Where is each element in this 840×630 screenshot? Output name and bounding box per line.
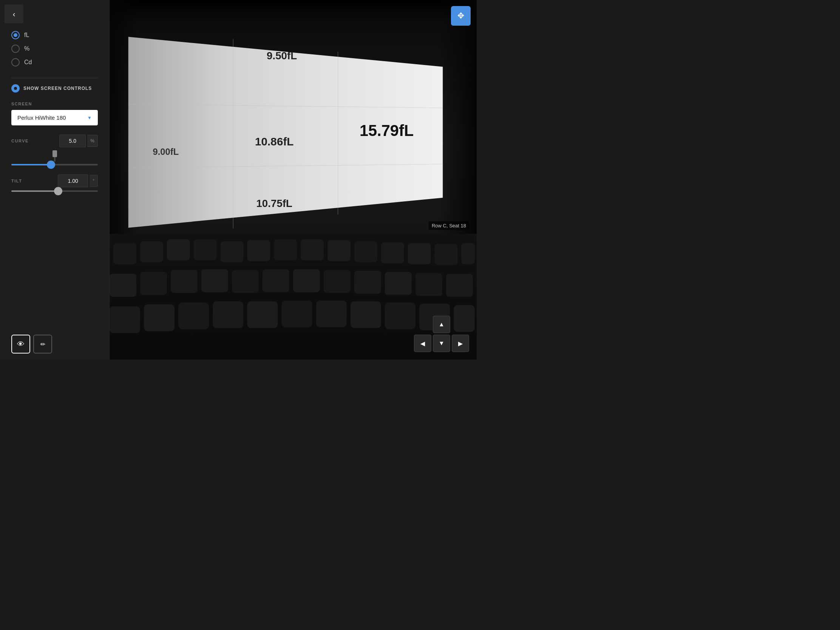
tilt-input-group: ° (58, 175, 98, 187)
svg-rect-39 (247, 302, 278, 328)
curve-vertical-thumb[interactable] (52, 150, 57, 157)
svg-text:10.86fL: 10.86fL (255, 135, 294, 148)
radio-Cd[interactable]: Cd (11, 58, 98, 66)
svg-rect-17 (327, 240, 351, 261)
svg-rect-35 (109, 306, 140, 333)
curve-vertical-slider-area (11, 150, 98, 162)
show-screen-toggle-dot (11, 84, 20, 93)
tilt-slider-container (11, 190, 98, 192)
svg-text:15.79fL: 15.79fL (360, 122, 414, 139)
svg-rect-36 (144, 305, 175, 331)
main-viewport: 9.50fL 15.79fL 10.86fL 9.00fL 10.75fL (109, 0, 477, 360)
svg-rect-22 (461, 243, 475, 264)
svg-rect-21 (435, 244, 458, 265)
svg-text:9.00fL: 9.00fL (153, 147, 179, 157)
tilt-control-group: TILT ° (0, 175, 109, 193)
nav-left-icon: ◀ (420, 340, 425, 347)
svg-rect-43 (385, 303, 415, 329)
radio-circle-fL (11, 31, 20, 39)
nav-up-icon: ▲ (439, 321, 445, 328)
show-screen-label: SHOW SCREEN CONTROLS (24, 86, 92, 91)
curve-value-input[interactable] (59, 134, 86, 147)
svg-rect-14 (247, 240, 270, 261)
nav-right-icon: ▶ (458, 340, 463, 347)
svg-rect-29 (293, 269, 320, 292)
svg-rect-25 (171, 270, 197, 293)
svg-rect-38 (213, 302, 243, 328)
svg-rect-37 (178, 303, 209, 329)
sidebar: ‹ fL % Cd SHOW SCREEN CONTROLS SCREEN Pe… (0, 0, 109, 360)
svg-rect-30 (324, 270, 351, 293)
svg-rect-18 (354, 242, 377, 262)
pen-button[interactable]: ✏ (33, 335, 52, 354)
curve-slider-thumb[interactable] (47, 161, 55, 169)
back-button[interactable]: ‹ (5, 5, 24, 24)
svg-rect-33 (415, 273, 442, 296)
nav-left-button[interactable]: ◀ (414, 335, 431, 352)
tilt-header: TILT ° (11, 175, 98, 187)
curve-input-group: % (59, 134, 98, 147)
svg-rect-11 (167, 240, 190, 261)
svg-rect-16 (301, 240, 324, 261)
svg-text:10.75fL: 10.75fL (256, 197, 292, 209)
pen-icon: ✏ (40, 341, 45, 348)
svg-rect-13 (221, 242, 244, 262)
cinema-screen-container: 9.50fL 15.79fL 10.86fL 9.00fL 10.75fL (117, 23, 454, 245)
svg-rect-24 (140, 272, 167, 295)
ceiling-overlay (109, 0, 477, 23)
radio-label-Cd: Cd (24, 59, 32, 66)
svg-rect-27 (232, 270, 259, 293)
svg-rect-31 (354, 271, 381, 294)
tilt-unit: ° (90, 175, 98, 187)
radio-circle-percent (11, 44, 20, 53)
move-icon: ✥ (457, 11, 464, 21)
screen-dropdown[interactable]: Perlux HiWhite 180 ▼ (11, 110, 98, 125)
move-view-button[interactable]: ✥ (451, 6, 471, 26)
curve-slider-fill (11, 164, 51, 166)
curve-header: CURVE % (11, 134, 98, 147)
nav-down-icon: ▼ (439, 340, 445, 347)
nav-up-button[interactable]: ▲ (433, 316, 450, 333)
svg-rect-34 (446, 274, 473, 297)
svg-text:9.50fL: 9.50fL (267, 50, 297, 62)
curve-slider-track (11, 164, 98, 166)
curve-control-group: CURVE % (0, 134, 109, 167)
screen-section-label: SCREEN (0, 102, 109, 106)
svg-rect-19 (381, 243, 404, 264)
radio-circle-Cd (11, 58, 20, 66)
eye-button[interactable]: 👁 (11, 335, 30, 354)
curve-unit: % (87, 135, 98, 147)
unit-radio-group: fL % Cd (0, 31, 109, 66)
svg-rect-28 (262, 269, 289, 292)
svg-rect-23 (109, 274, 136, 297)
radio-percent[interactable]: % (11, 44, 98, 53)
svg-rect-15 (274, 240, 297, 261)
nav-down-button[interactable]: ▼ (433, 335, 450, 352)
svg-rect-10 (140, 242, 163, 262)
svg-rect-20 (408, 243, 431, 264)
svg-rect-9 (113, 243, 136, 264)
tilt-value-input[interactable] (58, 175, 88, 187)
screen-dropdown-value: Perlux HiWhite 180 (17, 114, 66, 121)
tilt-slider-track (11, 190, 98, 192)
svg-rect-41 (316, 301, 347, 327)
tilt-slider-thumb[interactable] (54, 187, 62, 195)
tilt-slider-fill (11, 190, 58, 192)
divider-1 (11, 78, 98, 78)
nav-right-button[interactable]: ▶ (452, 335, 469, 352)
curve-slider-container (11, 164, 98, 166)
cinema-screen-svg: 9.50fL 15.79fL 10.86fL 9.00fL 10.75fL (117, 23, 454, 245)
dropdown-arrow-icon: ▼ (87, 115, 92, 120)
curve-vertical-track (54, 150, 55, 162)
radio-label-percent: % (24, 45, 30, 52)
svg-rect-12 (194, 240, 217, 261)
radio-label-fL: fL (24, 32, 29, 38)
radio-fL[interactable]: fL (11, 31, 98, 39)
svg-rect-40 (282, 301, 313, 327)
show-screen-controls-toggle[interactable]: SHOW SCREEN CONTROLS (0, 84, 109, 93)
curve-label: CURVE (11, 139, 29, 143)
sidebar-footer: 👁 ✏ (0, 328, 109, 360)
tilt-label: TILT (11, 178, 22, 183)
svg-rect-42 (351, 302, 381, 328)
svg-rect-26 (201, 269, 228, 292)
